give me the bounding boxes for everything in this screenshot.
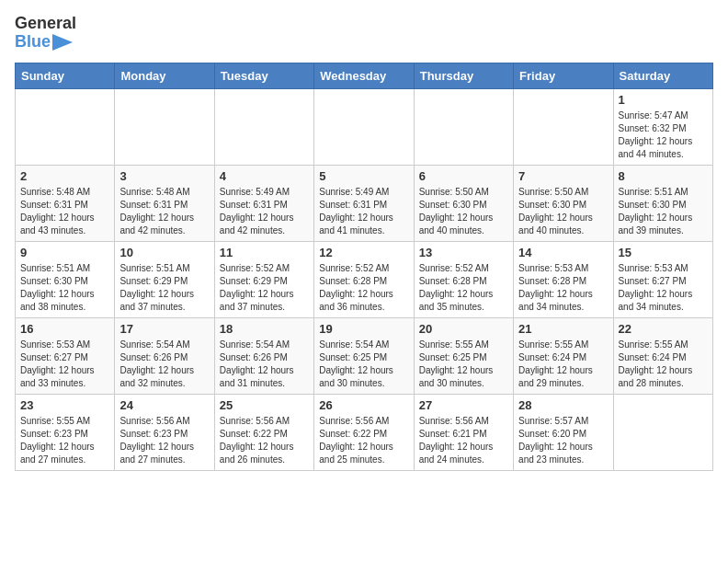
day-number: 10 [119, 246, 209, 259]
day-number: 18 [220, 322, 309, 336]
day-number: 27 [419, 398, 508, 412]
calendar-cell [514, 88, 613, 165]
day-number: 3 [119, 169, 209, 183]
day-info: Sunrise: 5:56 AM Sunset: 6:22 PM Dayligh… [319, 415, 408, 466]
calendar-cell [613, 394, 712, 470]
weekday-header: Tuesday [214, 63, 313, 88]
calendar-week-row: 16Sunrise: 5:53 AM Sunset: 6:27 PM Dayli… [16, 317, 713, 394]
day-info: Sunrise: 5:54 AM Sunset: 6:25 PM Dayligh… [319, 339, 408, 390]
day-info: Sunrise: 5:51 AM Sunset: 6:30 PM Dayligh… [619, 186, 708, 237]
calendar-cell: 7Sunrise: 5:50 AM Sunset: 6:30 PM Daylig… [514, 165, 613, 241]
day-number: 2 [20, 169, 109, 183]
weekday-row: SundayMondayTuesdayWednesdayThursdayFrid… [16, 63, 713, 88]
day-info: Sunrise: 5:56 AM Sunset: 6:22 PM Dayligh… [220, 415, 309, 466]
calendar-cell: 20Sunrise: 5:55 AM Sunset: 6:25 PM Dayli… [414, 317, 513, 394]
weekday-header: Sunday [16, 63, 115, 88]
calendar-cell: 15Sunrise: 5:53 AM Sunset: 6:27 PM Dayli… [613, 241, 712, 317]
day-number: 11 [220, 246, 309, 259]
calendar-cell: 3Sunrise: 5:48 AM Sunset: 6:31 PM Daylig… [115, 165, 214, 241]
calendar-cell: 13Sunrise: 5:52 AM Sunset: 6:28 PM Dayli… [414, 241, 513, 317]
calendar-week-row: 1Sunrise: 5:47 AM Sunset: 6:32 PM Daylig… [16, 88, 713, 165]
day-number: 28 [518, 398, 608, 412]
day-info: Sunrise: 5:47 AM Sunset: 6:32 PM Dayligh… [619, 109, 708, 161]
logo-blue: Blue [15, 33, 51, 52]
day-number: 8 [619, 169, 708, 183]
calendar-cell: 16Sunrise: 5:53 AM Sunset: 6:27 PM Dayli… [16, 317, 115, 394]
day-info: Sunrise: 5:56 AM Sunset: 6:21 PM Dayligh… [419, 415, 508, 466]
calendar-cell [314, 88, 414, 165]
logo-flag-icon [52, 34, 73, 51]
weekday-header: Friday [514, 63, 613, 88]
day-number: 14 [518, 246, 608, 259]
day-number: 24 [119, 398, 209, 412]
calendar-week-row: 2Sunrise: 5:48 AM Sunset: 6:31 PM Daylig… [16, 165, 713, 241]
day-number: 22 [619, 322, 708, 336]
logo-general: General [15, 15, 76, 33]
calendar-cell: 4Sunrise: 5:49 AM Sunset: 6:31 PM Daylig… [214, 165, 313, 241]
day-number: 16 [20, 322, 109, 336]
logo-container: General Blue [15, 15, 76, 52]
calendar-body: 1Sunrise: 5:47 AM Sunset: 6:32 PM Daylig… [16, 88, 713, 470]
calendar-cell [414, 88, 513, 165]
calendar-cell [214, 88, 313, 165]
calendar-cell: 22Sunrise: 5:55 AM Sunset: 6:24 PM Dayli… [613, 317, 712, 394]
calendar-cell: 14Sunrise: 5:53 AM Sunset: 6:28 PM Dayli… [514, 241, 613, 317]
day-info: Sunrise: 5:55 AM Sunset: 6:24 PM Dayligh… [518, 339, 608, 390]
day-info: Sunrise: 5:50 AM Sunset: 6:30 PM Dayligh… [518, 186, 608, 237]
day-info: Sunrise: 5:49 AM Sunset: 6:31 PM Dayligh… [220, 186, 309, 237]
calendar-cell: 12Sunrise: 5:52 AM Sunset: 6:28 PM Dayli… [314, 241, 414, 317]
calendar-table: SundayMondayTuesdayWednesdayThursdayFrid… [15, 63, 713, 471]
day-info: Sunrise: 5:55 AM Sunset: 6:25 PM Dayligh… [419, 339, 508, 390]
day-number: 20 [419, 322, 508, 336]
calendar-week-row: 9Sunrise: 5:51 AM Sunset: 6:30 PM Daylig… [16, 241, 713, 317]
day-info: Sunrise: 5:53 AM Sunset: 6:28 PM Dayligh… [518, 262, 608, 314]
day-info: Sunrise: 5:49 AM Sunset: 6:31 PM Dayligh… [319, 186, 408, 237]
day-info: Sunrise: 5:48 AM Sunset: 6:31 PM Dayligh… [20, 186, 109, 237]
calendar-cell: 19Sunrise: 5:54 AM Sunset: 6:25 PM Dayli… [314, 317, 414, 394]
calendar-cell: 23Sunrise: 5:55 AM Sunset: 6:23 PM Dayli… [16, 394, 115, 470]
day-number: 23 [20, 398, 109, 412]
day-number: 21 [518, 322, 608, 336]
calendar-cell: 6Sunrise: 5:50 AM Sunset: 6:30 PM Daylig… [414, 165, 513, 241]
calendar-cell: 5Sunrise: 5:49 AM Sunset: 6:31 PM Daylig… [314, 165, 414, 241]
calendar-cell: 26Sunrise: 5:56 AM Sunset: 6:22 PM Dayli… [314, 394, 414, 470]
calendar-cell: 10Sunrise: 5:51 AM Sunset: 6:29 PM Dayli… [115, 241, 214, 317]
calendar-cell: 8Sunrise: 5:51 AM Sunset: 6:30 PM Daylig… [613, 165, 712, 241]
day-number: 4 [220, 169, 309, 183]
calendar-week-row: 23Sunrise: 5:55 AM Sunset: 6:23 PM Dayli… [16, 394, 713, 470]
day-number: 13 [419, 246, 508, 259]
day-number: 15 [619, 246, 708, 259]
day-info: Sunrise: 5:52 AM Sunset: 6:28 PM Dayligh… [319, 262, 408, 314]
day-info: Sunrise: 5:51 AM Sunset: 6:30 PM Dayligh… [20, 262, 109, 314]
weekday-header: Saturday [613, 63, 712, 88]
weekday-header: Monday [115, 63, 214, 88]
calendar-header: SundayMondayTuesdayWednesdayThursdayFrid… [16, 63, 713, 88]
calendar-cell: 18Sunrise: 5:54 AM Sunset: 6:26 PM Dayli… [214, 317, 313, 394]
weekday-header: Wednesday [314, 63, 414, 88]
calendar-cell: 28Sunrise: 5:57 AM Sunset: 6:20 PM Dayli… [514, 394, 613, 470]
day-number: 26 [319, 398, 408, 412]
day-info: Sunrise: 5:52 AM Sunset: 6:28 PM Dayligh… [419, 262, 508, 314]
day-info: Sunrise: 5:55 AM Sunset: 6:24 PM Dayligh… [619, 339, 708, 390]
logo: General Blue [15, 15, 76, 52]
calendar-cell: 1Sunrise: 5:47 AM Sunset: 6:32 PM Daylig… [613, 88, 712, 165]
calendar-cell [16, 88, 115, 165]
day-info: Sunrise: 5:53 AM Sunset: 6:27 PM Dayligh… [619, 262, 708, 314]
day-info: Sunrise: 5:54 AM Sunset: 6:26 PM Dayligh… [220, 339, 309, 390]
day-info: Sunrise: 5:55 AM Sunset: 6:23 PM Dayligh… [20, 415, 109, 466]
day-number: 17 [119, 322, 209, 336]
day-number: 19 [319, 322, 408, 336]
calendar-cell: 21Sunrise: 5:55 AM Sunset: 6:24 PM Dayli… [514, 317, 613, 394]
day-number: 25 [220, 398, 309, 412]
day-number: 7 [518, 169, 608, 183]
day-info: Sunrise: 5:50 AM Sunset: 6:30 PM Dayligh… [419, 186, 508, 237]
calendar-cell: 24Sunrise: 5:56 AM Sunset: 6:23 PM Dayli… [115, 394, 214, 470]
day-info: Sunrise: 5:57 AM Sunset: 6:20 PM Dayligh… [518, 415, 608, 466]
day-info: Sunrise: 5:51 AM Sunset: 6:29 PM Dayligh… [119, 262, 209, 314]
calendar-cell: 27Sunrise: 5:56 AM Sunset: 6:21 PM Dayli… [414, 394, 513, 470]
day-info: Sunrise: 5:52 AM Sunset: 6:29 PM Dayligh… [220, 262, 309, 314]
calendar-cell: 2Sunrise: 5:48 AM Sunset: 6:31 PM Daylig… [16, 165, 115, 241]
day-number: 5 [319, 169, 408, 183]
calendar-cell [115, 88, 214, 165]
calendar-cell: 11Sunrise: 5:52 AM Sunset: 6:29 PM Dayli… [214, 241, 313, 317]
